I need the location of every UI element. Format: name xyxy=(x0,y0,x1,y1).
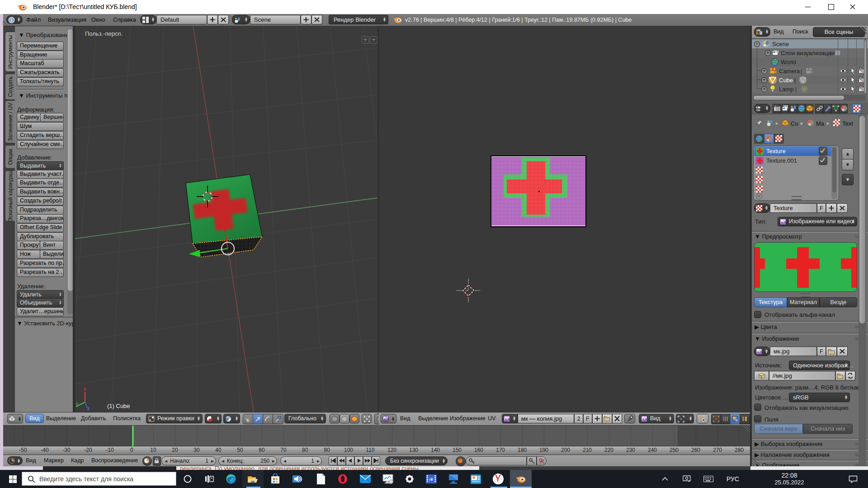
svg-text:z: z xyxy=(87,406,90,411)
svg-text:y: y xyxy=(76,401,78,406)
svg-text:x: x xyxy=(84,387,86,392)
svg-text:i: i xyxy=(11,18,12,23)
